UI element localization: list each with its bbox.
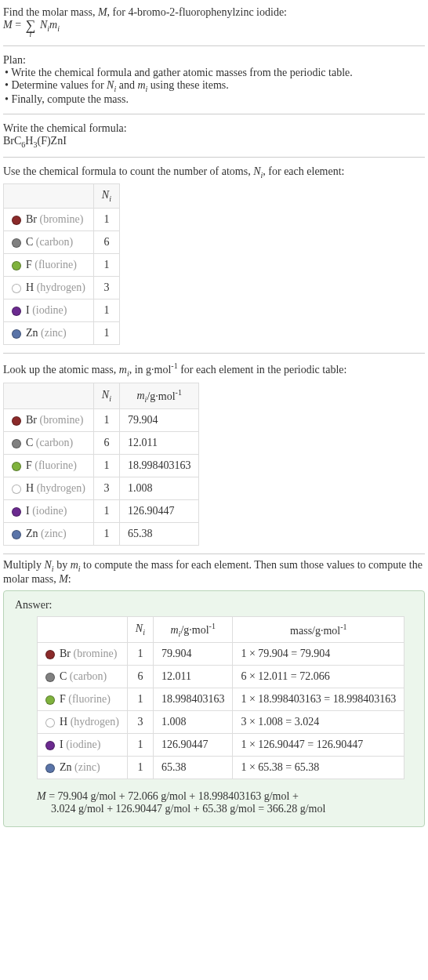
multiply-heading: Multiply Ni by mi to compute the mass fo… [3,559,425,586]
plan-item-0: • Write the chemical formula and gather … [5,67,425,79]
element-dot [45,718,55,728]
masses-heading: Look up the atomic mass, mi, in g·mol-1 … [3,361,425,377]
element-dot [12,284,21,293]
table-row: Br (bromine)179.904 [4,409,199,432]
table-row: Zn (zinc)165.381 × 65.38 = 65.38 [38,757,404,779]
masses-section: Look up the atomic mass, mi, in g·mol-1 … [3,358,425,554]
table-row: Br (bromine)1 [4,209,120,231]
table-row: I (iodine)1 [4,299,120,322]
table-row: C (carbon)612.011 [4,432,199,455]
element-dot [12,238,21,248]
table-row: H (hydrogen)31.0083 × 1.008 = 3.024 [38,711,404,734]
intro-part1: Find the molar mass, [3,6,98,18]
table-row: Zn (zinc)1 [4,322,120,345]
element-dot [12,439,21,448]
multiply-section: Multiply Ni by mi to compute the mass fo… [3,559,425,827]
element-dot [12,416,21,426]
element-dot [45,764,55,773]
answer-sum: M = 79.904 g/mol + 72.066 g/mol + 18.998… [37,790,413,815]
intro-equation: M = ∑ i Nimi [3,19,425,38]
intro-section: Find the molar mass, M, for 4-bromo-2-fl… [3,3,425,46]
element-dot [45,650,55,659]
element-dot [12,261,21,270]
element-dot [12,530,21,539]
element-dot [45,695,55,705]
eq-rhs: Nimi [37,19,60,33]
table-row: F (fluorine)118.998403163 [4,455,199,477]
plan-item-2: • Finally, compute the mass. [5,93,425,106]
sigma-icon: ∑ i [26,19,36,38]
answer-table: Ni mi/g·mol-1 mass/g·mol-1 Br (bromine)1… [37,616,404,779]
table-row: Zn (zinc)165.38 [4,523,199,546]
plan-section: Plan: • Write the chemical formula and g… [3,51,425,114]
answer-col-m: mi/g·mol-1 [153,616,233,642]
table-row: Br (bromine)179.9041 × 79.904 = 79.904 [38,643,404,666]
count-col-blank [4,184,94,209]
table-row: C (carbon)612.0116 × 12.011 = 72.066 [38,666,404,688]
element-dot [12,307,21,316]
table-row: F (fluorine)1 [4,254,120,277]
element-dot [12,462,21,471]
table-row: I (iodine)1126.904471 × 126.90447 = 126.… [38,734,404,757]
element-dot [45,741,55,750]
count-heading: Use the chemical formula to count the nu… [3,165,425,180]
formula-text: BrC6H3(F)ZnI [3,135,425,149]
table-row: I (iodine)1126.90447 [4,500,199,523]
eq-equals: = [13,19,24,31]
element-dot [45,673,55,682]
element-dot [12,507,21,517]
eq-lhs: M [3,19,13,31]
answer-col-n: Ni [127,616,153,642]
table-row: H (hydrogen)3 [4,277,120,299]
count-table: Ni Br (bromine)1 C (carbon)6 F (fluorine… [3,183,120,345]
element-dot [12,216,21,225]
table-row: C (carbon)6 [4,231,120,254]
count-col-n: Ni [93,184,119,209]
intro-text: Find the molar mass, M, for 4-bromo-2-fl… [3,6,425,19]
masses-col-n: Ni [93,383,119,408]
element-dot [12,329,21,339]
answer-col-mass: mass/g·mol-1 [233,616,404,642]
intro-part2: , for 4-bromo-2-fluorophenylzinc iodide: [107,6,287,18]
answer-box: Answer: Ni mi/g·mol-1 mass/g·mol-1 Br (b… [3,590,425,827]
answer-label: Answer: [15,599,413,612]
masses-col-m: mi/g·mol-1 [119,383,199,408]
intro-mvar: M [98,6,107,18]
table-row: H (hydrogen)31.008 [4,477,199,500]
element-dot [12,485,21,494]
plan-heading: Plan: [3,54,425,67]
formula-section: Write the chemical formula: BrC6H3(F)ZnI [3,119,425,158]
formula-heading: Write the chemical formula: [3,122,425,135]
table-row: F (fluorine)118.9984031631 × 18.99840316… [38,688,404,711]
masses-table: Ni mi/g·mol-1 Br (bromine)179.904 C (car… [3,383,199,546]
count-section: Use the chemical formula to count the nu… [3,162,425,354]
plan-item-1: • Determine values for Ni and mi using t… [5,79,425,93]
